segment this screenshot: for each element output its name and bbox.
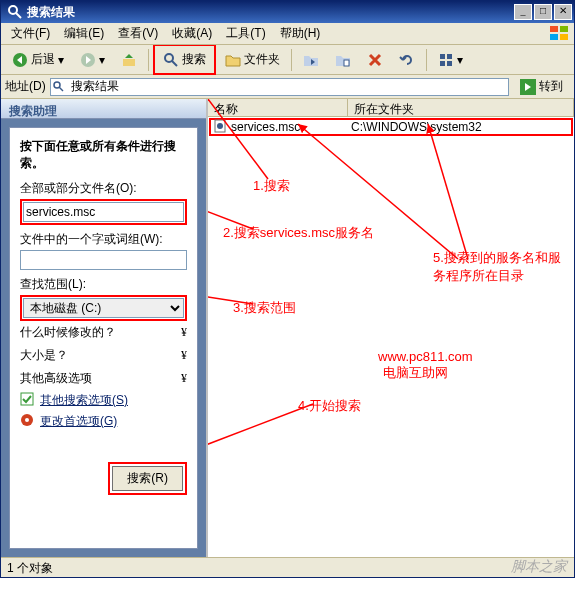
lookin-label: 查找范围(L):: [20, 276, 187, 293]
svg-line-16: [59, 87, 63, 91]
menu-file[interactable]: 文件(F): [5, 23, 56, 44]
go-button[interactable]: 转到: [513, 74, 570, 99]
menubar: 文件(F) 编辑(E) 查看(V) 收藏(A) 工具(T) 帮助(H): [1, 23, 574, 45]
svg-rect-13: [440, 61, 445, 66]
when-modified-row[interactable]: 什么时候修改的？ ¥: [20, 321, 187, 344]
menu-view[interactable]: 查看(V): [112, 23, 164, 44]
delete-icon: [367, 52, 383, 68]
undo-button[interactable]: [392, 48, 422, 72]
svg-rect-14: [447, 61, 452, 66]
windows-logo-icon: [550, 26, 570, 42]
menu-help[interactable]: 帮助(H): [274, 23, 327, 44]
forward-button[interactable]: ▾: [73, 48, 112, 72]
content-area: 搜索助理 按下面任意或所有条件进行搜索。 全部或部分文件名(O): 文件中的一个…: [1, 99, 574, 557]
prefs-icon: [20, 413, 36, 429]
dropdown-icon: ▾: [457, 53, 463, 67]
svg-rect-12: [447, 54, 452, 59]
search-assistant: 按下面任意或所有条件进行搜索。 全部或部分文件名(O): 文件中的一个字或词组(…: [9, 127, 198, 549]
svg-line-9: [172, 61, 177, 66]
svg-rect-10: [344, 60, 349, 66]
minimize-button[interactable]: _: [514, 4, 532, 20]
statusbar: 1 个对象: [1, 557, 574, 577]
copy-to-button[interactable]: [328, 48, 358, 72]
word-input[interactable]: [20, 250, 187, 270]
assistant-headline: 按下面任意或所有条件进行搜索。: [20, 138, 187, 172]
maximize-button[interactable]: □: [534, 4, 552, 20]
folders-button[interactable]: 文件夹: [218, 47, 287, 72]
annotation-3: 3.搜索范围: [233, 299, 296, 317]
search-button[interactable]: 搜索: [156, 47, 213, 72]
search-panel: 搜索助理 按下面任意或所有条件进行搜索。 全部或部分文件名(O): 文件中的一个…: [1, 99, 206, 557]
expand-icon: ¥: [181, 325, 187, 340]
back-icon: [12, 52, 28, 68]
advanced-row[interactable]: 其他高级选项 ¥: [20, 367, 187, 390]
svg-line-25: [208, 294, 253, 304]
filename-input[interactable]: [23, 202, 184, 222]
menu-favorites[interactable]: 收藏(A): [166, 23, 218, 44]
search-button-highlight: 搜索(R): [108, 462, 187, 495]
delete-button[interactable]: [360, 48, 390, 72]
lookin-select[interactable]: 本地磁盘 (C:): [23, 298, 184, 318]
menu-edit[interactable]: 编辑(E): [58, 23, 110, 44]
col-folder[interactable]: 所在文件夹: [348, 99, 574, 116]
search-button-highlight: 搜索: [153, 44, 216, 75]
views-icon: [438, 52, 454, 68]
go-label: 转到: [539, 78, 563, 95]
svg-rect-11: [440, 54, 445, 59]
up-button[interactable]: [114, 48, 144, 72]
annotation-1: 1.搜索: [253, 177, 290, 195]
svg-line-27: [298, 124, 458, 259]
result-folder: C:\WINDOWS\system32: [347, 120, 571, 134]
svg-rect-3: [560, 26, 568, 32]
svg-rect-2: [550, 26, 558, 32]
folders-icon: [225, 52, 241, 68]
menu-tools[interactable]: 工具(T): [220, 23, 271, 44]
col-name[interactable]: 名称: [208, 99, 348, 116]
size-label: 大小是？: [20, 347, 68, 364]
expand-icon: ¥: [181, 348, 187, 363]
forward-icon: [80, 52, 96, 68]
dropdown-icon: ▾: [58, 53, 64, 67]
toolbar: 后退 ▾ ▾ 搜索 文件夹 ▾: [1, 45, 574, 75]
folders-label: 文件夹: [244, 51, 280, 68]
window-title: 搜索结果: [27, 4, 514, 21]
back-label: 后退: [31, 51, 55, 68]
filename-highlight: [20, 199, 187, 225]
watermark: 脚本之家: [511, 558, 567, 576]
back-button[interactable]: 后退 ▾: [5, 47, 71, 72]
svg-point-20: [25, 418, 29, 422]
svg-point-0: [9, 6, 17, 14]
change-prefs-link[interactable]: 更改首选项(G): [20, 411, 187, 432]
close-button[interactable]: ✕: [554, 4, 572, 20]
file-icon: [213, 119, 229, 135]
result-row[interactable]: services.msc C:\WINDOWS\system32: [209, 118, 573, 136]
address-label: 地址(D): [5, 78, 46, 95]
search-panel-header: 搜索助理: [1, 99, 206, 119]
move-to-button[interactable]: [296, 48, 326, 72]
word-label: 文件中的一个字或词组(W):: [20, 231, 187, 248]
size-row[interactable]: 大小是？ ¥: [20, 344, 187, 367]
annotation-site1: www.pc811.com: [378, 349, 473, 364]
annotation-site2: 电脑互助网: [383, 364, 448, 382]
annotation-4: 4.开始搜索: [298, 397, 361, 415]
other-options-link[interactable]: 其他搜索选项(S): [20, 390, 187, 411]
svg-line-28: [428, 124, 468, 259]
undo-icon: [399, 52, 415, 68]
lookin-highlight: 本地磁盘 (C:): [20, 295, 187, 321]
column-headers: 名称 所在文件夹: [208, 99, 574, 117]
views-button[interactable]: ▾: [431, 48, 470, 72]
address-input[interactable]: [50, 78, 509, 96]
go-icon: [520, 79, 536, 95]
dropdown-icon: ▾: [99, 53, 105, 67]
annotation-2: 2.搜索services.msc服务名: [223, 224, 374, 242]
up-icon: [121, 52, 137, 68]
search-label: 搜索: [182, 51, 206, 68]
filename-label: 全部或部分文件名(O):: [20, 180, 187, 197]
copy-icon: [335, 52, 351, 68]
titlebar: 搜索结果 _ □ ✕: [1, 1, 574, 23]
move-icon: [303, 52, 319, 68]
svg-line-24: [208, 204, 253, 229]
app-icon: [7, 4, 23, 20]
start-search-button[interactable]: 搜索(R): [112, 466, 183, 491]
advanced-label: 其他高级选项: [20, 370, 92, 387]
